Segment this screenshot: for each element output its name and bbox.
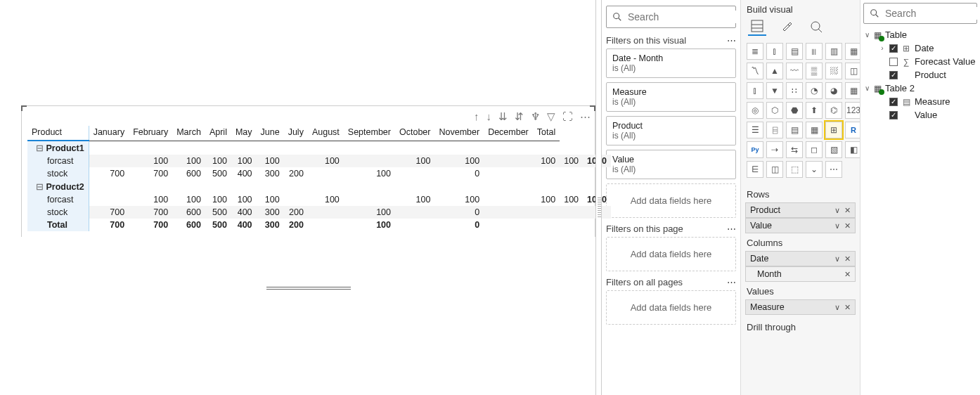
field-checkbox[interactable] — [889, 71, 898, 79]
chevron-right-icon[interactable]: › — [879, 44, 886, 52]
visual-type-option[interactable]: ⌬ — [825, 102, 842, 119]
remove-icon[interactable]: ✕ — [844, 303, 851, 312]
field-checkbox[interactable] — [889, 58, 898, 66]
remove-icon[interactable]: ✕ — [844, 221, 851, 231]
pane-splitter[interactable] — [595, 0, 602, 395]
visual-type-option[interactable]: ≣ — [747, 43, 763, 60]
field-well-chip[interactable]: Product∨✕ — [745, 202, 856, 218]
visual-type-option[interactable]: ⋯ — [825, 161, 842, 178]
matrix-column-header[interactable]: January — [89, 126, 129, 141]
visual-type-option[interactable]: ⬆ — [806, 102, 823, 119]
matrix-column-header[interactable]: Total — [533, 126, 560, 141]
filter-icon[interactable]: ▽ — [547, 110, 555, 123]
filters-page-drop[interactable]: Add data fields here — [606, 237, 736, 271]
visual-type-option[interactable]: ◔ — [806, 82, 823, 99]
visual-type-option[interactable]: ▲ — [766, 63, 783, 79]
field-well-chip[interactable]: Value∨✕ — [745, 218, 856, 233]
field-checkbox[interactable] — [889, 98, 898, 106]
matrix-column-header[interactable]: March — [172, 126, 205, 141]
visual-type-option[interactable]: ⫼ — [806, 43, 823, 60]
visual-type-option[interactable]: ⫿ — [766, 43, 783, 60]
visual-type-option[interactable]: ⇢ — [766, 141, 783, 158]
field-well-chip[interactable]: Month✕ — [745, 266, 856, 282]
visual-type-option[interactable]: ⌄ — [806, 161, 823, 178]
visual-type-option[interactable]: ▤ — [786, 43, 803, 60]
matrix-column-header[interactable]: December — [484, 126, 533, 141]
resize-handle-bottom[interactable] — [266, 287, 351, 290]
remove-icon[interactable]: ✕ — [844, 270, 851, 279]
chevron-down-icon[interactable]: ∨ — [834, 221, 840, 231]
drill-down-icon[interactable]: ↓ — [486, 110, 492, 123]
filters-search[interactable] — [606, 6, 736, 28]
visual-type-option[interactable]: ⬚ — [786, 161, 803, 178]
field-well-chip[interactable]: Date∨✕ — [745, 251, 856, 266]
more-icon[interactable]: ⋯ — [727, 35, 736, 46]
filter-card[interactable]: Measureis (All) — [606, 82, 736, 112]
field-well-chip[interactable]: Measure∨✕ — [745, 299, 856, 315]
visual-type-option[interactable]: 〽 — [747, 63, 763, 79]
fields-field[interactable]: ▤Measure — [862, 95, 979, 108]
visual-type-option[interactable]: ▦ — [845, 43, 860, 60]
field-checkbox[interactable] — [889, 44, 898, 53]
matrix-group-header[interactable]: Product1 — [27, 141, 89, 155]
expand-down-icon[interactable]: ⇊ — [498, 110, 508, 123]
build-tab-fields[interactable] — [748, 18, 766, 36]
fields-table[interactable]: ∨▦Table 2 — [862, 82, 979, 95]
remove-icon[interactable]: ✕ — [844, 254, 851, 264]
matrix-column-header[interactable]: February — [129, 126, 172, 141]
focus-mode-icon[interactable]: ⛶ — [562, 110, 573, 123]
field-checkbox[interactable] — [889, 111, 898, 119]
filters-search-input[interactable] — [626, 11, 741, 23]
filters-visual-drop[interactable]: Add data fields here — [606, 183, 736, 218]
fields-field[interactable]: ∑Forecast Value — [862, 55, 979, 68]
build-tab-analytics[interactable] — [807, 18, 825, 36]
matrix-column-header[interactable]: May — [231, 126, 257, 141]
visual-type-option[interactable]: R — [845, 122, 860, 138]
drill-up-icon[interactable]: ↑ — [474, 110, 479, 123]
fields-field[interactable]: Product — [862, 68, 979, 82]
visual-type-option[interactable]: ◻ — [806, 141, 823, 158]
visual-type-option[interactable]: ▦ — [845, 82, 860, 99]
visual-type-option[interactable]: ▥ — [825, 43, 842, 60]
fields-search-input[interactable] — [884, 7, 980, 20]
visual-type-option[interactable]: ▧ — [825, 141, 842, 158]
more-icon[interactable]: ⋯ — [727, 224, 736, 234]
visual-type-option[interactable]: ⌸ — [766, 122, 783, 138]
chevron-down-icon[interactable]: ∨ — [863, 84, 870, 92]
matrix-column-header[interactable]: November — [434, 126, 484, 141]
chevron-down-icon[interactable]: ∨ — [863, 31, 870, 39]
expand-all-icon[interactable]: ⇵ — [515, 110, 524, 123]
matrix-column-header[interactable]: October — [395, 126, 434, 141]
visual-type-option[interactable]: ☰ — [747, 122, 763, 138]
visual-type-option[interactable]: Py — [747, 141, 763, 158]
matrix-column-header[interactable]: April — [205, 126, 231, 141]
visual-type-option[interactable]: ▦ — [806, 122, 823, 138]
report-canvas[interactable]: ↑ ↓ ⇊ ⇵ ♆ ▽ ⛶ ⋯ ProductJanuaryFebruaryMa… — [0, 0, 595, 395]
visual-type-option[interactable]: ∷ — [786, 82, 803, 99]
filter-card[interactable]: Valueis (All) — [606, 150, 736, 179]
matrix-column-header[interactable]: Product — [27, 126, 89, 141]
more-options-icon[interactable]: ⋯ — [580, 110, 591, 123]
filter-card[interactable]: Productis (All) — [606, 116, 736, 145]
visual-type-option[interactable]: 123 — [845, 102, 860, 119]
visual-type-option[interactable]: ⇆ — [786, 141, 803, 158]
more-icon[interactable]: ⋯ — [727, 277, 736, 287]
matrix-group-header[interactable]: Product2 — [27, 180, 89, 193]
matrix-row-header[interactable]: stock — [27, 206, 89, 219]
visual-type-option[interactable]: ⊞ — [825, 122, 842, 138]
remove-icon[interactable]: ✕ — [844, 206, 851, 215]
visual-type-option[interactable]: ◕ — [825, 82, 842, 99]
build-tab-format[interactable] — [778, 18, 796, 36]
matrix-column-header[interactable]: September — [344, 126, 395, 141]
matrix-row-header[interactable]: stock — [27, 167, 89, 180]
matrix-column-header[interactable]: July — [284, 126, 308, 141]
matrix-visual[interactable]: ↑ ↓ ⇊ ⇵ ♆ ▽ ⛶ ⋯ ProductJanuaryFebruaryMa… — [21, 105, 595, 237]
visual-type-option[interactable]: ▒ — [806, 63, 823, 79]
fields-table[interactable]: ∨▦Table — [862, 28, 979, 41]
visual-type-option[interactable]: ◎ — [747, 102, 763, 119]
visual-type-option[interactable]: ▤ — [786, 122, 803, 138]
filter-card[interactable]: Date - Monthis (All) — [606, 48, 736, 78]
visual-type-option[interactable]: ▼ — [766, 82, 783, 99]
chevron-down-icon[interactable]: ∨ — [834, 303, 840, 312]
visual-type-option[interactable]: ⬡ — [766, 102, 783, 119]
